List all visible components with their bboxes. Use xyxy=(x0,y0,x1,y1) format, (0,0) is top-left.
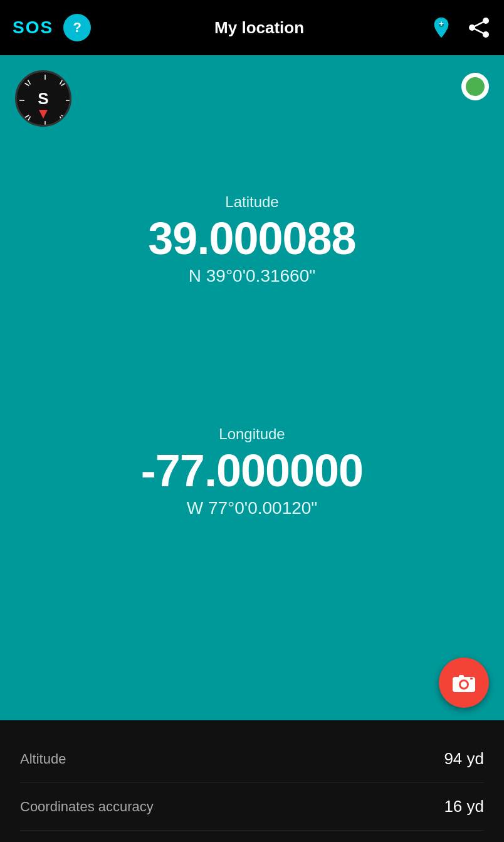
share-button[interactable] xyxy=(466,15,491,40)
gps-active-dot xyxy=(466,77,485,96)
top-bar-left: SOS ? xyxy=(13,14,91,41)
svg-text:+: + xyxy=(439,19,444,28)
svg-line-12 xyxy=(60,117,63,121)
svg-rect-23 xyxy=(470,678,473,679)
gps-indicator xyxy=(461,73,489,100)
page-title: My location xyxy=(214,18,304,38)
longitude-section: Longitude -77.000000 W 77°0'0.00120" xyxy=(0,425,504,518)
main-area: S Latitude 39.000088 N 39°0'0.31660" Lon… xyxy=(0,55,504,720)
top-bar: SOS ? My location + xyxy=(0,0,504,55)
svg-line-15 xyxy=(61,83,66,86)
svg-rect-22 xyxy=(459,675,464,678)
compass-needle xyxy=(39,110,48,119)
svg-line-14 xyxy=(61,115,66,118)
svg-line-18 xyxy=(28,117,31,121)
compass: S xyxy=(15,70,71,127)
svg-line-5 xyxy=(472,21,486,28)
add-location-button[interactable]: + xyxy=(428,14,455,41)
svg-point-21 xyxy=(461,681,467,688)
camera-button[interactable] xyxy=(439,658,489,708)
compass-letter: S xyxy=(38,89,48,109)
svg-line-6 xyxy=(472,28,486,35)
accuracy-label: Coordinates accuracy xyxy=(20,799,154,815)
altitude-value: 94 yd xyxy=(444,749,484,769)
longitude-label: Longitude xyxy=(0,425,504,443)
help-button[interactable]: ? xyxy=(63,14,91,41)
svg-line-13 xyxy=(25,83,29,86)
sos-label[interactable]: SOS xyxy=(13,18,53,38)
accuracy-row: Coordinates accuracy 16 yd xyxy=(20,783,484,831)
accuracy-value: 16 yd xyxy=(444,797,484,816)
longitude-dms: W 77°0'0.00120" xyxy=(0,498,504,518)
svg-point-2 xyxy=(483,18,489,24)
age-row: Location age 00:00:00 xyxy=(20,831,484,842)
help-icon: ? xyxy=(73,19,81,36)
longitude-decimal: -77.000000 xyxy=(0,448,504,493)
altitude-row: Altitude 94 yd xyxy=(20,735,484,783)
altitude-label: Altitude xyxy=(20,751,66,767)
svg-line-11 xyxy=(28,80,31,85)
latitude-decimal: 39.000088 xyxy=(0,216,504,261)
latitude-section: Latitude 39.000088 N 39°0'0.31660" xyxy=(0,193,504,286)
svg-line-17 xyxy=(60,80,63,85)
latitude-dms: N 39°0'0.31660" xyxy=(0,266,504,286)
top-bar-right: + xyxy=(428,14,491,41)
bottom-info-area: Altitude 94 yd Coordinates accuracy 16 y… xyxy=(0,720,504,842)
svg-line-16 xyxy=(25,115,29,118)
latitude-label: Latitude xyxy=(0,193,504,211)
